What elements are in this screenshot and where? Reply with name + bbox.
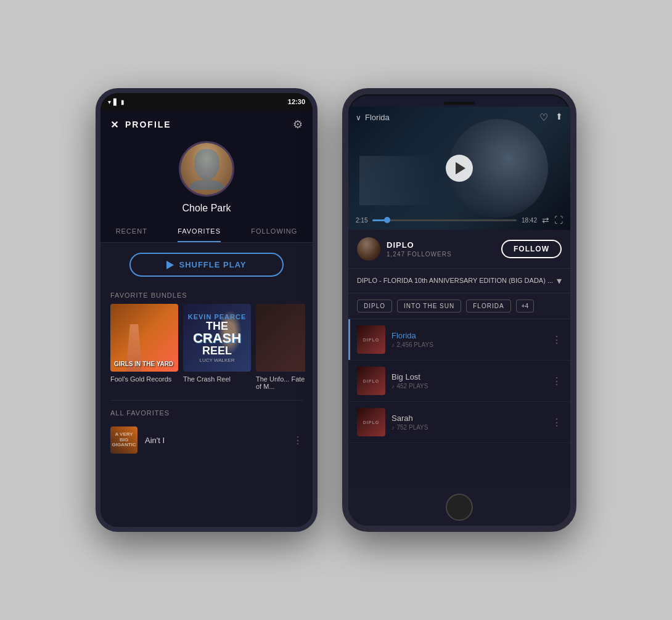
- track-thumb-big-lost: DIPLO: [357, 367, 385, 395]
- diplo-thumb-sarah: DIPLO: [357, 408, 385, 436]
- tag-into-the-sun[interactable]: INTO THE SUN: [397, 300, 461, 312]
- track-info-big-lost: Big Lost ♪ 452 PLAYS: [391, 372, 546, 390]
- diplo-thumb-florida: DIPLO: [357, 325, 385, 354]
- shuffle-section: SHUFFLE PLAY: [100, 243, 313, 287]
- bundle-girls-overlay: GIRLS IN THE YARD: [114, 361, 173, 368]
- settings-icon[interactable]: ⚙: [293, 118, 303, 131]
- video-section: ∨ Florida ♡ ⬆ 2:15 18:42 ⇄: [348, 107, 570, 230]
- album-expand-icon[interactable]: ▾: [557, 275, 562, 287]
- progress-bar[interactable]: [372, 219, 517, 221]
- artist-avatar-img: [357, 237, 380, 261]
- track-meta-florida: ♪ 2,456 PLAYS: [391, 341, 546, 348]
- note-icon: ♪: [391, 342, 395, 348]
- video-background: [348, 107, 570, 230]
- tag-florida[interactable]: FLORIDA: [466, 300, 510, 312]
- progress-total: 18:42: [522, 217, 537, 224]
- bundle-girls[interactable]: GIRLS IN THE YARD Fool's Gold Records: [110, 304, 178, 390]
- artist-name: DIPLO: [387, 240, 495, 250]
- bundle-third[interactable]: The Unfo... Fate of M...: [256, 304, 305, 390]
- tab-following[interactable]: FOLLOWING: [251, 227, 297, 242]
- crash-title-text: KEVIN PEARCE THE CRASH REEL LUCY WALKER: [188, 313, 247, 363]
- tab-recent[interactable]: RECENT: [116, 227, 147, 242]
- video-top-bar: ∨ Florida ♡ ⬆: [348, 112, 570, 123]
- heart-icon[interactable]: ♡: [539, 112, 548, 123]
- phone-android: ▾ ▋ ▮ 12:30 ✕ PROFILE ⚙ Chole Park RECEN…: [96, 88, 318, 532]
- track-more-sarah[interactable]: ⋮: [552, 417, 562, 428]
- track-thumb-aint-i: A VERY BIG GIGANTIC: [110, 426, 137, 454]
- track-more-florida[interactable]: ⋮: [552, 334, 562, 346]
- fullscreen-icon[interactable]: ⛶: [554, 215, 563, 225]
- profile-title-row: ✕ PROFILE: [110, 119, 171, 131]
- progress-current: 2:15: [356, 217, 367, 224]
- page-title: PROFILE: [125, 120, 171, 129]
- track-info-sarah: Sarah ♪ 752 PLAYS: [391, 414, 546, 431]
- video-play-button[interactable]: [446, 155, 473, 182]
- share-icon[interactable]: ⬆: [555, 112, 563, 123]
- video-actions: ♡ ⬆: [539, 112, 563, 123]
- track-plays-sarah: 752 PLAYS: [397, 424, 428, 431]
- play-triangle-icon: [456, 162, 465, 174]
- status-bar: ▾ ▋ ▮ 12:30: [100, 93, 313, 110]
- bundle-girls-image: GIRLS IN THE YARD: [110, 304, 178, 372]
- track-item-florida[interactable]: DIPLO Florida ♪ 2,456 PLAYS ⋮: [348, 319, 570, 361]
- shuffle-play-label: SHUFFLE PLAY: [179, 260, 246, 269]
- artist-row: DIPLO 1,247 FOLLOWERS FOLLOW: [348, 230, 570, 269]
- track-name-big-lost: Big Lost: [391, 372, 546, 381]
- track-plays-big-lost: 452 PLAYS: [397, 383, 428, 390]
- profile-header: ✕ PROFILE ⚙: [100, 110, 313, 131]
- play-icon: [166, 261, 174, 269]
- phone-iphone: ∨ Florida ♡ ⬆ 2:15 18:42 ⇄: [342, 88, 576, 532]
- track-item-big-lost[interactable]: DIPLO Big Lost ♪ 452 PLAYS ⋮: [348, 361, 570, 402]
- iphone-home-button[interactable]: [446, 494, 473, 521]
- bundle-crash[interactable]: KEVIN PEARCE THE CRASH REEL LUCY WALKER …: [183, 304, 251, 390]
- progress-section: 2:15 18:42 ⇄ ⛶: [348, 215, 570, 225]
- track-thumb-sarah: DIPLO: [357, 408, 385, 436]
- track-list: DIPLO Florida ♪ 2,456 PLAYS ⋮ DIPLO: [348, 319, 570, 489]
- album-row[interactable]: DIPLO - FLORIDA 10th ANNIVERSARY EDITION…: [348, 269, 570, 293]
- diplo-thumb-big-lost: DIPLO: [357, 367, 385, 395]
- track-item-sarah[interactable]: DIPLO Sarah ♪ 752 PLAYS ⋮: [348, 402, 570, 443]
- bundle-crash-label: The Crash Reel: [183, 375, 251, 383]
- avatar-section: Chole Park: [100, 131, 313, 221]
- track-info-aint-i: Ain't I: [145, 434, 285, 446]
- android-screen: ✕ PROFILE ⚙ Chole Park RECENT FAVORITES …: [100, 110, 313, 527]
- tag-more[interactable]: +4: [516, 300, 534, 312]
- user-name: Chole Park: [182, 203, 231, 214]
- chevron-down-icon[interactable]: ∨: [356, 113, 361, 122]
- tag-diplo[interactable]: DIPLO: [357, 300, 392, 312]
- tab-favorites[interactable]: FAVORITES: [178, 227, 221, 242]
- battery-icon: ▮: [121, 99, 125, 105]
- track-thumb-image: A VERY BIG GIGANTIC: [110, 426, 137, 454]
- shuffle-icon[interactable]: ⇄: [542, 215, 549, 225]
- status-time: 12:30: [288, 98, 305, 105]
- shuffle-play-button[interactable]: SHUFFLE PLAY: [129, 253, 284, 277]
- tags-row: DIPLO INTO THE SUN FLORIDA +4: [348, 293, 570, 319]
- bundle-girls-label: Fool's Gold Records: [110, 375, 178, 383]
- favorite-bundles-label: FAVORITE BUNDLES: [100, 287, 313, 304]
- track-plays-florida: 2,456 PLAYS: [397, 341, 433, 348]
- follow-button[interactable]: FOLLOW: [501, 240, 562, 258]
- artist-info: DIPLO 1,247 FOLLOWERS: [387, 240, 495, 258]
- progress-dot: [384, 217, 390, 223]
- all-favorites-label: ALL FAVORITES: [100, 406, 313, 420]
- track-name-florida: Florida: [391, 331, 546, 340]
- track-row-aint-i[interactable]: A VERY BIG GIGANTIC Ain't I ⋮: [100, 420, 313, 460]
- track-name-sarah: Sarah: [391, 414, 546, 423]
- track-more-big-lost[interactable]: ⋮: [552, 375, 562, 387]
- track-thumb-florida: DIPLO: [357, 325, 385, 354]
- status-icons: ▾ ▋ ▮: [108, 99, 125, 105]
- note-icon-2: ♪: [391, 383, 395, 390]
- track-name-aint-i: Ain't I: [145, 436, 165, 445]
- track-more-options[interactable]: ⋮: [293, 434, 303, 446]
- bundles-row: GIRLS IN THE YARD Fool's Gold Records KE…: [100, 304, 313, 395]
- now-playing-title: Florida: [365, 113, 390, 122]
- iphone-speaker: [444, 102, 475, 105]
- bundle-third-label: The Unfo... Fate of M...: [256, 375, 305, 390]
- close-icon[interactable]: ✕: [110, 119, 119, 131]
- avatar: [179, 141, 234, 197]
- album-text: DIPLO - FLORIDA 10th ANNIVERSARY EDITION…: [357, 276, 553, 285]
- progress-bar-wrap: 2:15 18:42 ⇄ ⛶: [356, 215, 563, 225]
- iphone-screen: ∨ Florida ♡ ⬆ 2:15 18:42 ⇄: [348, 107, 570, 526]
- divider: [110, 400, 303, 401]
- bundle-third-image: [256, 304, 305, 372]
